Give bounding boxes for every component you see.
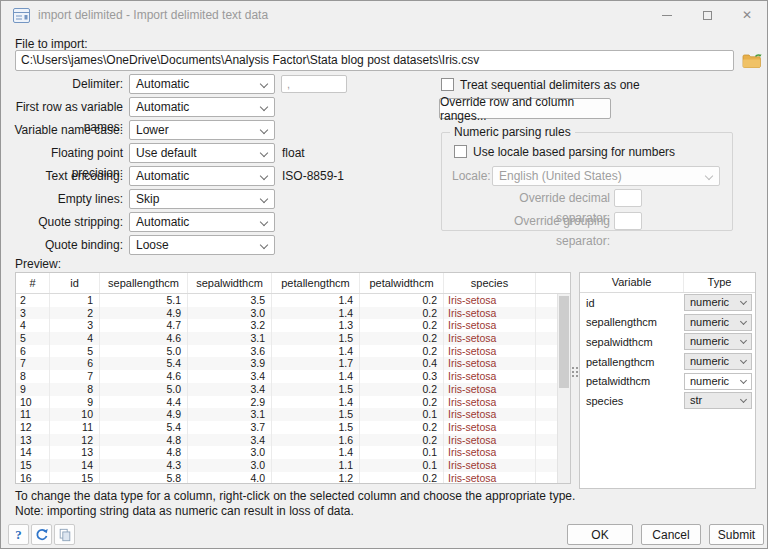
close-button[interactable]: ✕ bbox=[727, 1, 767, 29]
data-cell: 8 bbox=[16, 370, 50, 383]
delimiter-label: Delimiter: bbox=[1, 74, 123, 94]
form-dialog-icon bbox=[13, 8, 30, 23]
override-ranges-button[interactable]: Override row and column ranges... bbox=[439, 98, 611, 119]
sequential-delimiters-checkbox[interactable] bbox=[441, 78, 454, 91]
scrollbar-thumb[interactable] bbox=[559, 296, 569, 388]
type-select-species[interactable]: str bbox=[684, 392, 752, 409]
data-cell: 2.9 bbox=[188, 396, 272, 409]
preview-table: #idsepallengthcmsepalwidthcmpetallengthc… bbox=[15, 272, 571, 484]
variable-name: petallengthcm bbox=[580, 356, 684, 368]
data-cell: 15 bbox=[50, 472, 100, 484]
data-cell: 5 bbox=[16, 332, 50, 345]
data-cell: 4.9 bbox=[100, 408, 188, 421]
data-cell: 1 bbox=[50, 294, 100, 307]
species-cell: Iris-setosa bbox=[444, 434, 536, 447]
submit-button[interactable]: Submit bbox=[709, 524, 764, 545]
data-cell: 4.8 bbox=[100, 446, 188, 459]
first-row-select[interactable]: Automatic bbox=[129, 97, 275, 117]
species-cell: Iris-setosa bbox=[444, 345, 536, 358]
data-cell: 13 bbox=[16, 434, 50, 447]
data-cell: 0.2 bbox=[360, 332, 444, 345]
preview-row: 16155.84.01.20.2Iris-setosa bbox=[16, 472, 557, 484]
preview-col-header-sepallengthcm[interactable]: sepallengthcm bbox=[100, 273, 188, 293]
decimal-separator-input bbox=[614, 189, 642, 207]
type-select-sepallengthcm[interactable]: numeric bbox=[684, 314, 752, 331]
ok-button[interactable]: OK bbox=[567, 524, 633, 545]
preview-col-header-sepalwidthcm[interactable]: sepalwidthcm bbox=[188, 273, 272, 293]
encoding-value: Automatic bbox=[136, 169, 189, 183]
type-value: str bbox=[690, 394, 702, 406]
precision-select[interactable]: Use default bbox=[129, 143, 275, 163]
preview-col-header-num[interactable]: # bbox=[16, 273, 50, 293]
row-filler bbox=[536, 357, 557, 370]
splitter-handle[interactable] bbox=[572, 367, 578, 383]
delimiter-select[interactable]: Automatic bbox=[129, 74, 275, 94]
locale-value: English (United States) bbox=[499, 169, 622, 183]
preview-col-header-species[interactable]: species bbox=[444, 273, 536, 293]
maximize-button[interactable] bbox=[687, 1, 727, 29]
data-cell: 4.0 bbox=[188, 472, 272, 484]
locale-parsing-checkbox[interactable] bbox=[454, 145, 467, 158]
quote-binding-select[interactable]: Loose bbox=[129, 235, 275, 255]
preview-col-header-id[interactable]: id bbox=[50, 273, 100, 293]
preview-row: 324.93.01.40.2Iris-setosa bbox=[16, 307, 557, 320]
chevron-down-icon bbox=[705, 172, 713, 180]
row-filler bbox=[536, 307, 557, 320]
preview-scrollbar[interactable] bbox=[557, 294, 570, 483]
browse-button[interactable] bbox=[740, 50, 764, 71]
species-cell: Iris-setosa bbox=[444, 294, 536, 307]
data-cell: 5 bbox=[50, 345, 100, 358]
copy-button[interactable] bbox=[54, 524, 75, 545]
data-cell: 3.7 bbox=[188, 421, 272, 434]
name-case-select[interactable]: Lower bbox=[129, 120, 275, 140]
data-cell: 1.4 bbox=[272, 396, 360, 409]
preview-row: 655.03.61.40.2Iris-setosa bbox=[16, 345, 557, 358]
locale-select: English (United States) bbox=[492, 166, 720, 186]
data-cell: 10 bbox=[16, 396, 50, 409]
name-case-label: Variable name case: bbox=[1, 120, 123, 140]
type-select-petallengthcm[interactable]: numeric bbox=[684, 353, 752, 370]
quote-stripping-select[interactable]: Automatic bbox=[129, 212, 275, 232]
preview-col-header-petallengthcm[interactable]: petallengthcm bbox=[272, 273, 360, 293]
file-path-input[interactable]: C:\Users\james\OneDrive\Documents\Analys… bbox=[15, 50, 734, 71]
type-select-id[interactable]: numeric bbox=[684, 294, 752, 311]
preview-row: 13124.83.41.60.2Iris-setosa bbox=[16, 434, 557, 447]
chevron-down-icon bbox=[260, 241, 268, 249]
data-cell: 7 bbox=[16, 357, 50, 370]
reset-button[interactable] bbox=[31, 524, 52, 545]
data-cell: 5.4 bbox=[100, 421, 188, 434]
preview-header-filler bbox=[536, 273, 570, 293]
cancel-button[interactable]: Cancel bbox=[641, 524, 701, 545]
quote-stripping-label: Quote stripping: bbox=[1, 212, 123, 232]
custom-delimiter-input[interactable]: , bbox=[281, 75, 347, 93]
empty-lines-select[interactable]: Skip bbox=[129, 189, 275, 209]
type-select-petalwidthcm[interactable]: numeric bbox=[684, 373, 752, 390]
help-button[interactable]: ? bbox=[8, 524, 29, 545]
data-cell: 3.4 bbox=[188, 383, 272, 396]
chevron-down-icon bbox=[260, 218, 268, 226]
variable-name: id bbox=[580, 297, 684, 309]
types-body: idnumericsepallengthcmnumericsepalwidthc… bbox=[580, 293, 755, 411]
row-filler bbox=[536, 408, 557, 421]
titlebar: import delimited - Import delimited text… bbox=[1, 1, 767, 29]
data-cell: 1.4 bbox=[272, 345, 360, 358]
type-column-header: Type bbox=[684, 273, 755, 292]
variable-column-header: Variable bbox=[580, 273, 684, 292]
type-row: speciesstr bbox=[580, 391, 755, 411]
row-filler bbox=[536, 472, 557, 484]
data-cell: 1.1 bbox=[272, 459, 360, 472]
preview-header-row: #idsepallengthcmsepalwidthcmpetallengthc… bbox=[16, 273, 570, 294]
chevron-down-icon bbox=[260, 195, 268, 203]
data-cell: 1.5 bbox=[272, 332, 360, 345]
chevron-down-icon bbox=[260, 80, 268, 88]
minimize-button[interactable] bbox=[647, 1, 687, 29]
data-cell: 3.6 bbox=[188, 345, 272, 358]
species-cell: Iris-setosa bbox=[444, 319, 536, 332]
type-select-sepalwidthcm[interactable]: numeric bbox=[684, 333, 752, 350]
question-mark-icon: ? bbox=[15, 527, 22, 543]
preview-col-header-petalwidthcm[interactable]: petalwidthcm bbox=[360, 273, 444, 293]
chevron-down-icon bbox=[260, 172, 268, 180]
data-cell: 16 bbox=[16, 472, 50, 484]
encoding-select[interactable]: Automatic bbox=[129, 166, 275, 186]
chevron-down-icon bbox=[740, 318, 747, 325]
